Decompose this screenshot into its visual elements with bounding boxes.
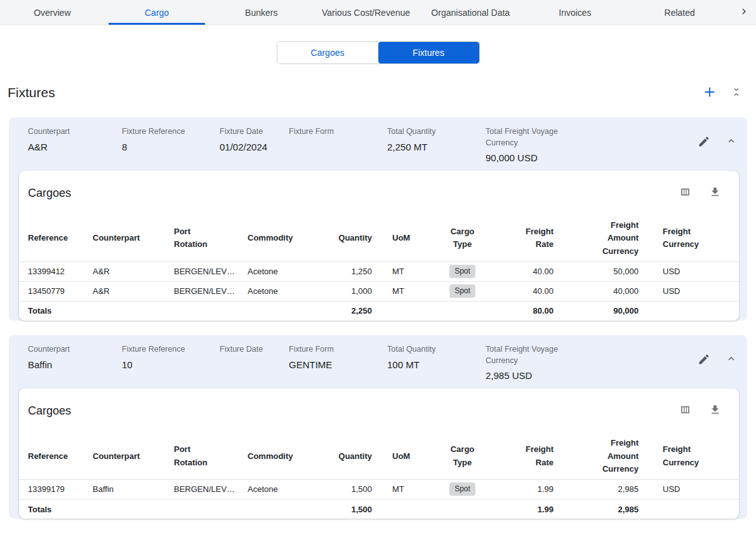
cell-freight-rate: 1.99 <box>493 479 561 499</box>
view-toggle: Cargoes Fixtures <box>277 41 480 64</box>
cargoes-toggle-button[interactable]: Cargoes <box>277 42 378 63</box>
field-value: 8 <box>122 141 213 154</box>
field-label: Fixture Date <box>220 344 282 355</box>
col-freight-rate: Freight Rate <box>493 215 561 262</box>
table-header-row: Reference Counterpart Port Rotation Comm… <box>19 433 739 479</box>
collapse-fixture-button[interactable] <box>724 352 738 368</box>
cell-counterpart: A&R <box>93 262 174 281</box>
edit-fixture-button[interactable] <box>696 134 712 151</box>
nav-tab-organisational-data[interactable]: Organisational Data <box>418 0 523 25</box>
field-counterpart: Counterpart Baffin <box>28 344 122 382</box>
field-value: Baffin <box>28 359 116 371</box>
col-uom: UoM <box>380 215 432 262</box>
pencil-icon <box>698 135 710 150</box>
add-fixture-button[interactable] <box>701 84 718 102</box>
cargoes-title: Cargoes <box>28 187 71 200</box>
col-counterpart: Counterpart <box>93 215 174 262</box>
field-fixture-reference: Fixture Reference 10 <box>122 344 220 382</box>
field-value: GENTIME <box>289 359 381 371</box>
cargoes-table-actions <box>678 185 722 201</box>
totals-freight-amount-currency: 90,000 <box>561 301 646 321</box>
cell-freight-currency: USD <box>646 479 739 499</box>
col-cargo-type: Cargo Type <box>432 215 493 262</box>
col-freight-amount-currency: Freight Amount Currency <box>561 433 646 479</box>
field-label: Total Freight Voyage Currency <box>486 344 587 366</box>
field-label: Counterpart <box>28 344 116 355</box>
nav-tab-bunkers[interactable]: Bunkers <box>209 0 314 25</box>
totals-label: Totals <box>19 301 93 321</box>
nav-tab-cargo[interactable]: Cargo <box>105 0 209 25</box>
nav-tab-invoices[interactable]: Invoices <box>523 0 628 25</box>
nav-tab-various-cost-revenue[interactable]: Various Cost/Revenue <box>314 0 418 25</box>
fixtures-section-header: Fixtures <box>0 64 756 117</box>
download-button[interactable] <box>708 402 722 419</box>
cargoes-card-header: Cargoes <box>19 389 739 433</box>
cell-cargo-type: Spot <box>432 479 493 499</box>
nav-overflow-button[interactable] <box>732 0 756 25</box>
cell-uom: MT <box>380 281 432 301</box>
nav-tab-overview[interactable]: Overview <box>0 0 105 25</box>
cell-cargo-type: Spot <box>432 262 493 281</box>
cell-freight-rate: 40.00 <box>493 262 561 281</box>
cell-reference: 13399179 <box>19 479 93 499</box>
cell-port-rotation: BERGEN/LEV… <box>174 262 248 281</box>
field-fixture-form: Fixture Form GENTIME <box>289 344 387 382</box>
cargo-row: 13399412 A&R BERGEN/LEV… Acetone 1,250 M… <box>19 262 739 281</box>
fixture-actions <box>696 126 738 164</box>
field-value: A&R <box>28 141 116 154</box>
field-label: Fixture Reference <box>122 126 213 138</box>
cell-freight-amount-currency: 2,985 <box>561 479 646 499</box>
col-counterpart: Counterpart <box>93 433 174 479</box>
col-quantity: Quantity <box>321 215 380 262</box>
field-value: 10 <box>122 359 213 371</box>
collapse-fixture-button[interactable] <box>724 134 738 150</box>
field-label: Fixture Date <box>220 126 282 138</box>
cell-reference: 13399412 <box>19 262 93 281</box>
field-total-quantity: Total Quantity 100 MT <box>387 344 486 382</box>
field-total-quantity: Total Quantity 2,250 MT <box>387 126 486 164</box>
chevron-up-icon <box>726 353 737 366</box>
field-label: Fixture Reference <box>122 344 213 355</box>
field-label: Fixture Form <box>289 126 381 138</box>
download-icon <box>709 404 721 418</box>
collapse-all-button[interactable] <box>729 85 743 101</box>
columns-button[interactable] <box>678 402 693 419</box>
cargoes-card: Cargoes <box>19 171 739 321</box>
cargoes-table: Reference Counterpart Port Rotation Comm… <box>19 215 739 321</box>
col-commodity: Commodity <box>248 215 321 262</box>
fixtures-toggle-button[interactable]: Fixtures <box>378 42 479 63</box>
cargoes-card: Cargoes <box>19 389 739 519</box>
field-total-freight-voyage-currency: Total Freight Voyage Currency 2,985 USD <box>486 344 594 382</box>
view-toggle-row: Cargoes Fixtures <box>0 41 756 64</box>
edit-fixture-button[interactable] <box>696 352 712 369</box>
field-label: Counterpart <box>28 126 116 138</box>
cell-commodity: Acetone <box>248 281 321 301</box>
cargo-row: 13399179 Baffin BERGEN/LEV… Acetone 1,50… <box>19 479 739 499</box>
totals-freight-rate: 80.00 <box>493 301 561 321</box>
field-value <box>289 141 381 153</box>
fixture-summary: Counterpart Baffin Fixture Reference 10 … <box>9 335 747 389</box>
totals-freight-rate: 1.99 <box>493 499 561 519</box>
field-value: 90,000 USD <box>486 152 587 164</box>
pencil-icon <box>698 353 710 368</box>
nav-tab-related[interactable]: Related <box>627 0 732 25</box>
view-columns-icon <box>679 404 691 418</box>
cell-quantity: 1,000 <box>321 281 380 301</box>
download-button[interactable] <box>708 185 722 201</box>
col-reference: Reference <box>19 215 93 262</box>
col-freight-amount-currency: Freight Amount Currency <box>561 215 646 262</box>
cargo-type-badge: Spot <box>449 284 475 298</box>
field-value: 01/02/2024 <box>220 141 282 154</box>
fixture-card: Counterpart A&R Fixture Reference 8 Fixt… <box>9 117 747 321</box>
cargo-type-badge: Spot <box>449 265 475 278</box>
download-icon <box>709 186 721 200</box>
col-uom: UoM <box>380 433 432 479</box>
columns-button[interactable] <box>678 185 693 201</box>
col-freight-currency: Freight Currency <box>646 433 739 479</box>
cell-freight-amount-currency: 50,000 <box>561 262 646 281</box>
cell-freight-amount-currency: 40,000 <box>561 281 646 301</box>
cell-quantity: 1,500 <box>321 479 380 499</box>
field-total-freight-voyage-currency: Total Freight Voyage Currency 90,000 USD <box>486 126 594 164</box>
cell-commodity: Acetone <box>248 479 321 499</box>
top-nav: Overview Cargo Bunkers Various Cost/Reve… <box>0 0 756 25</box>
